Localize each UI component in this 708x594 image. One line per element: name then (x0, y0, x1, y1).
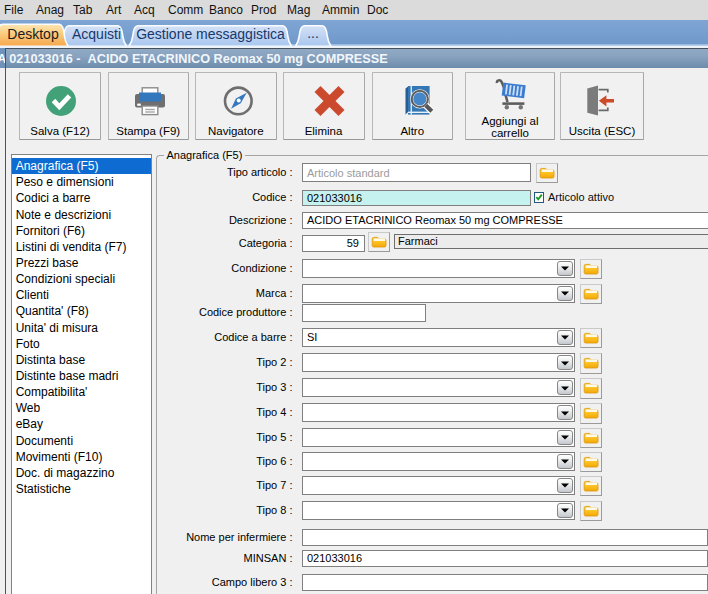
svg-text:Gestione messaggistica: Gestione messaggistica (136, 26, 285, 42)
svg-text:...: ... (307, 25, 319, 41)
svg-text:Desktop: Desktop (7, 26, 59, 42)
svg-text:Acquisti: Acquisti (72, 26, 121, 42)
